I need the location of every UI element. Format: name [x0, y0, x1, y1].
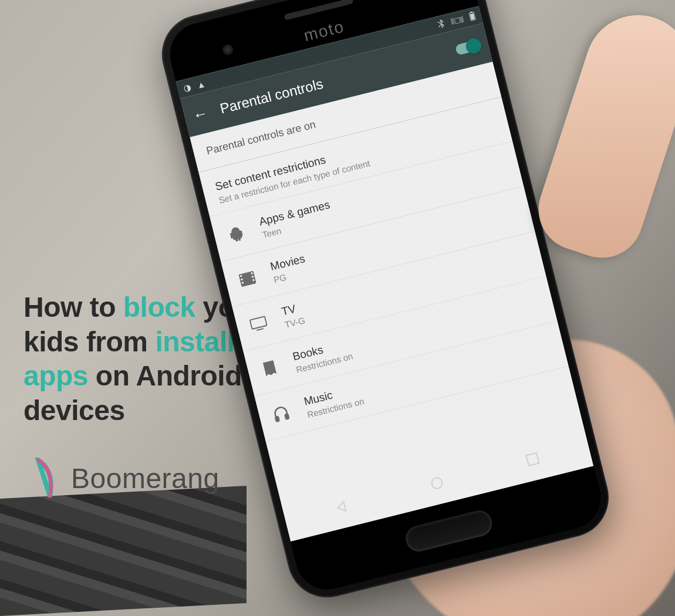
tv-icon [248, 313, 269, 334]
front-camera [221, 43, 234, 56]
boomerang-logo-icon [32, 458, 58, 499]
warning-icon: ▲ [195, 79, 207, 90]
brand-name: Boomerang [71, 462, 220, 495]
headline-accent: block [123, 292, 195, 323]
parental-controls-toggle[interactable] [455, 39, 481, 56]
vibrate-icon: ⫴□⫴ [450, 13, 465, 27]
back-button[interactable]: ← [191, 103, 210, 124]
android-icon [225, 224, 247, 245]
battery-icon [468, 11, 477, 23]
svg-line-11 [256, 329, 264, 330]
book-icon [259, 358, 281, 380]
nav-home-key[interactable] [427, 473, 447, 493]
debug-icon: ◑ [183, 82, 193, 94]
svg-rect-10 [250, 316, 267, 329]
svg-rect-12 [275, 417, 279, 422]
bluetooth-icon [436, 18, 446, 31]
thumb-graphic [528, 1, 675, 268]
nav-recents-key[interactable] [522, 449, 542, 469]
music-icon [271, 403, 292, 424]
svg-rect-15 [526, 453, 539, 466]
brand-lockup: Boomerang [32, 458, 220, 499]
headline-part: How to [23, 292, 123, 323]
nav-back-key[interactable] [331, 497, 351, 517]
svg-point-14 [431, 477, 444, 490]
background-texture [0, 486, 247, 616]
svg-rect-13 [285, 414, 289, 419]
earpiece [284, 0, 353, 21]
movie-icon [237, 268, 258, 289]
physical-home-button[interactable] [403, 508, 495, 554]
